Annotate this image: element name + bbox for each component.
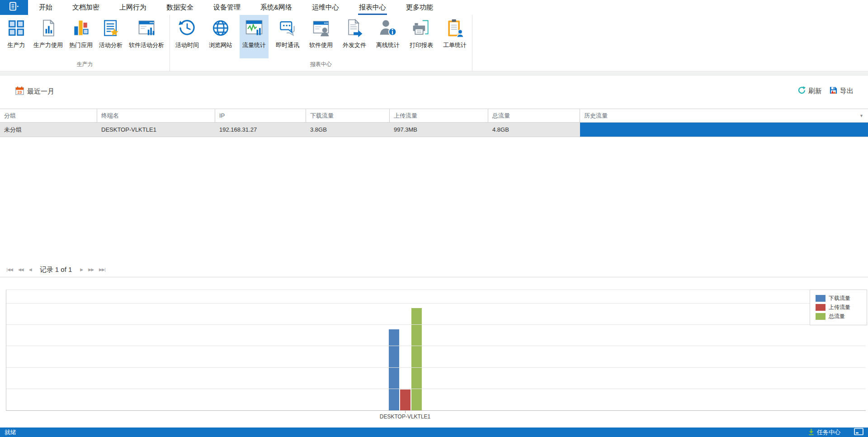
export-label: 导出 xyxy=(840,87,854,95)
table-cell: 192.168.31.27 xyxy=(215,123,306,137)
ribbon-button-clipboard-user[interactable]: 工单统计 xyxy=(440,15,469,58)
ribbon-button-chat[interactable]: 即时通讯 xyxy=(273,15,302,58)
chat-icon xyxy=(277,18,298,38)
table-row[interactable]: 未分组DESKTOP-VLKTLE1192.168.31.273.8GB997.… xyxy=(0,123,868,137)
ribbon-button-printer[interactable]: 打印报表 xyxy=(407,15,436,58)
doc-chart-icon xyxy=(38,18,59,38)
ribbon-button-window-chart[interactable]: 软件活动分析 xyxy=(126,15,167,58)
refresh-button[interactable]: 刷新 xyxy=(797,86,822,96)
column-header-6[interactable]: 总流量 xyxy=(488,109,580,122)
table-cell: 3.8GB xyxy=(306,123,390,137)
clock-history-icon xyxy=(177,18,198,38)
table-header-row: 分组终端名IP下载流量上传流量总流量历史流量▼ xyxy=(0,109,868,123)
window-user-icon xyxy=(311,18,331,38)
legend-label: 上传流量 xyxy=(829,304,850,311)
ribbon-button-label: 工单统计 xyxy=(443,41,467,49)
ribbon-button-label: 活动分析 xyxy=(99,41,123,49)
calendar-icon: 23 xyxy=(15,86,24,97)
column-header-label: 上传流量 xyxy=(394,112,417,120)
menu-tab-6[interactable]: 系统&网络 xyxy=(260,0,292,15)
ribbon-button-label: 软件使用 xyxy=(309,41,333,49)
legend-swatch xyxy=(816,295,826,302)
printer-icon xyxy=(411,18,432,38)
menu-tab-1[interactable]: 开始 xyxy=(39,0,52,15)
ribbon-button-clock-history[interactable]: 活动时间 xyxy=(173,15,202,58)
menu-tab-8[interactable]: 报表中心 xyxy=(359,0,386,15)
ribbon-group-1: 生产力生产力使用热门应用活动分析软件活动分析生产力 xyxy=(0,15,170,71)
task-center-button[interactable]: 任务中心 xyxy=(808,428,840,437)
task-window-button[interactable] xyxy=(854,428,863,437)
column-header-label: 终端名 xyxy=(101,112,119,120)
chart-legend: 下载流量上传流量总流量 xyxy=(810,290,867,325)
status-bar: 就绪 任务中心 xyxy=(0,428,868,437)
column-options-dropdown-icon[interactable]: ▼ xyxy=(859,114,863,118)
chart-gridline xyxy=(6,324,866,325)
menu-tab-3[interactable]: 上网行为 xyxy=(119,0,146,15)
ribbon-button-color-bars[interactable]: 热门应用 xyxy=(66,15,95,58)
ribbon-button-globe[interactable]: 浏览网站 xyxy=(206,15,235,58)
pagination-bar: |◀◀◀◀◀记录 1 of 1▶▶▶▶▶| xyxy=(0,262,868,277)
ribbon-button-doc-chart[interactable]: 生产力使用 xyxy=(31,15,66,58)
next-page-button[interactable]: ▶ xyxy=(77,266,85,274)
ribbon-button-window-wave[interactable]: 流量统计 xyxy=(240,15,269,58)
x-axis-category-label: DESKTOP-VLKTLE1 xyxy=(360,413,450,420)
menu-tab-7[interactable]: 运维中心 xyxy=(312,0,339,15)
ribbon-separator-band xyxy=(0,72,868,76)
column-header-1[interactable]: 分组 xyxy=(0,109,97,122)
color-bars-icon xyxy=(71,18,91,38)
doc-arrow-icon xyxy=(344,18,365,38)
ribbon-group-2: 活动时间浏览网站流量统计即时通讯软件使用外发文件离线统计打印报表工单统计报表中心 xyxy=(170,15,472,71)
globe-icon xyxy=(210,18,231,38)
chart-gridline xyxy=(6,367,866,368)
fast-prev-page-button[interactable]: ◀◀ xyxy=(15,266,26,274)
ribbon-group-label: 生产力 xyxy=(0,61,170,68)
task-window-icon xyxy=(854,428,863,437)
chart-gridline xyxy=(6,346,866,346)
ribbon: 生产力生产力使用热门应用活动分析软件活动分析生产力活动时间浏览网站流量统计即时通… xyxy=(0,15,868,71)
traffic-chart-panel: DESKTOP-VLKTLE1 下载流量上传流量总流量 xyxy=(0,277,868,428)
prev-page-button[interactable]: ◀ xyxy=(26,266,34,274)
ribbon-button-user-info[interactable]: 离线统计 xyxy=(373,15,402,58)
export-button[interactable]: 导出 xyxy=(829,86,854,96)
ribbon-button-label: 软件活动分析 xyxy=(129,41,164,49)
column-header-label: IP xyxy=(219,112,225,119)
chart-gridline xyxy=(6,303,866,304)
column-header-5[interactable]: 上传流量 xyxy=(390,109,488,122)
table-cell: 未分组 xyxy=(0,123,97,137)
ribbon-button-label: 打印报表 xyxy=(410,41,433,49)
first-page-button[interactable]: |◀◀ xyxy=(4,266,15,274)
legend-label: 总流量 xyxy=(829,313,845,320)
ribbon-button-grid[interactable]: 生产力 xyxy=(3,15,30,58)
table-cell: 4.8GB xyxy=(488,123,580,137)
chart-bar-上传流量 xyxy=(400,390,410,410)
chart-plot-area xyxy=(6,290,866,411)
menu-tab-2[interactable]: 文档加密 xyxy=(72,0,99,15)
chart-gridline xyxy=(6,389,866,389)
window-chart-icon xyxy=(136,18,157,38)
ribbon-button-label: 热门应用 xyxy=(69,41,93,49)
last-page-button[interactable]: ▶▶| xyxy=(96,266,108,274)
menu-tab-9[interactable]: 更多功能 xyxy=(406,0,433,15)
ribbon-button-window-user[interactable]: 软件使用 xyxy=(307,15,335,58)
fast-next-page-button[interactable]: ▶▶ xyxy=(85,266,96,274)
ribbon-button-label: 生产力 xyxy=(8,41,25,49)
menu-tab-4[interactable]: 数据安全 xyxy=(166,0,193,15)
date-range-filter[interactable]: 23 最近一月 xyxy=(15,86,54,97)
column-header-label: 分组 xyxy=(4,112,16,120)
menu-tab-5[interactable]: 设备管理 xyxy=(213,0,241,15)
column-header-7[interactable]: 历史流量▼ xyxy=(580,109,868,122)
ribbon-button-label: 活动时间 xyxy=(175,41,199,49)
app-menu-icon xyxy=(8,1,20,14)
legend-swatch xyxy=(816,313,826,320)
ribbon-button-doc-arrow[interactable]: 外发文件 xyxy=(340,15,369,58)
column-header-3[interactable]: IP xyxy=(215,109,306,122)
report-toolbar: 23 最近一月 刷新 导出 xyxy=(0,76,868,109)
chart-bar-下载流量 xyxy=(389,329,399,410)
app-menu-button[interactable] xyxy=(0,0,28,15)
ribbon-button-doc-star[interactable]: 活动分析 xyxy=(96,15,125,58)
column-header-4[interactable]: 下载流量 xyxy=(306,109,390,122)
refresh-icon xyxy=(797,86,806,96)
legend-item: 下载流量 xyxy=(816,294,867,302)
ribbon-button-label: 离线统计 xyxy=(376,41,400,49)
column-header-2[interactable]: 终端名 xyxy=(97,109,215,122)
